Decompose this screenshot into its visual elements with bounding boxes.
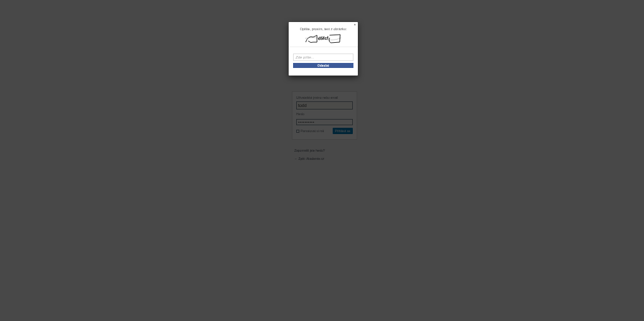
send-button[interactable]: Odeslat — [293, 63, 353, 68]
captcha-image: d5fcf — [291, 33, 355, 44]
captcha-modal: × Opište, prosím, text z obrázku: d5fcf … — [289, 22, 358, 76]
captcha-input[interactable] — [293, 54, 353, 61]
close-icon[interactable]: × — [353, 23, 356, 26]
modal-title: Opište, prosím, text z obrázku: — [291, 27, 355, 31]
